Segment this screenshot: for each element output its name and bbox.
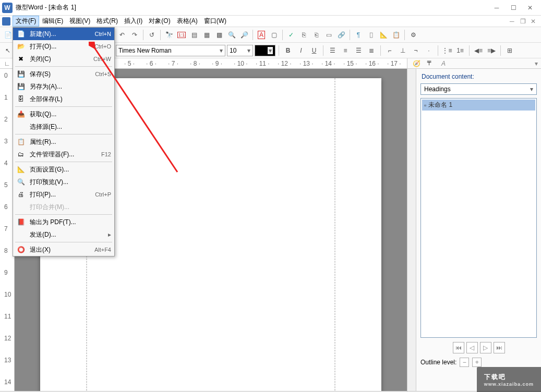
paragraph-icon[interactable]: ¶	[353, 29, 364, 41]
ruler-icon[interactable]: 📐	[378, 29, 389, 41]
menu-窗口w[interactable]: 窗口(W)	[201, 16, 230, 27]
saveall-icon: 🗄	[16, 94, 26, 104]
ruler-tick: 8	[4, 247, 8, 254]
link-icon[interactable]: 🔗	[335, 29, 347, 41]
align-center-button[interactable]: ≡	[340, 45, 351, 56]
maximize-button[interactable]: ☐	[510, 4, 517, 11]
format-mark-icon[interactable]: ⌷	[365, 29, 377, 41]
paste-format-icon[interactable]: ⎗	[310, 29, 322, 41]
nav-first-button[interactable]: ⏮	[453, 342, 464, 353]
vertical-scrollbar[interactable]	[407, 69, 416, 391]
normal-view-icon[interactable]: ▤	[188, 29, 200, 41]
menu-item-fileman[interactable]: 🗂文件管理器(F)...F12	[13, 148, 114, 161]
macro-icon[interactable]: ⚙	[407, 29, 419, 41]
menu-视图v[interactable]: 视图(V)	[66, 16, 93, 27]
color-combo[interactable]: ▾	[255, 45, 275, 56]
copy-format-icon[interactable]: ⎘	[298, 29, 309, 41]
menu-item-props[interactable]: 📋属性(R)...	[13, 136, 114, 148]
menu-编辑e[interactable]: 编辑(E)	[39, 16, 66, 27]
binoculars-icon[interactable]: 🔭	[163, 29, 175, 41]
menu-item-preview[interactable]: 🔍打印预览(V)...	[13, 176, 114, 188]
menu-item-exit[interactable]: ⭕退出(X)Alt+F4	[13, 243, 114, 256]
align-left-button[interactable]: ☰	[327, 45, 338, 56]
nav-prev-button[interactable]: ◁	[466, 342, 478, 353]
menu-item-pdf[interactable]: 📕输出为 PDF(T)...	[13, 216, 114, 228]
minimize-button[interactable]: ─	[493, 4, 500, 11]
menu-对象o[interactable]: 对象(O)	[146, 16, 173, 27]
font-size-combo[interactable]: 10 ▾	[227, 45, 253, 56]
mdi-minimize-button[interactable]: ─	[510, 18, 517, 25]
content-type-combo[interactable]: Headings ▾	[420, 83, 537, 95]
nav-last-button[interactable]: ⏭	[494, 342, 505, 353]
menu-格式r[interactable]: 格式(R)	[93, 16, 121, 27]
numbering-icon[interactable]: 1≡	[454, 45, 466, 56]
italic-button[interactable]: I	[295, 45, 307, 56]
borders-icon[interactable]: ⊞	[504, 45, 515, 56]
side-tab-area: 🧭 〒 A ▾	[407, 58, 541, 68]
mdi-doc-icon[interactable]	[2, 17, 10, 26]
char-format-icon[interactable]: ▢	[268, 29, 280, 41]
redo-icon[interactable]: ↷	[129, 29, 140, 41]
tab-left-icon[interactable]: ⌐	[384, 45, 395, 56]
style-tab-icon[interactable]: A	[438, 58, 449, 69]
font-color-icon[interactable]: A	[256, 29, 267, 41]
paste-special-icon[interactable]: 📋	[390, 29, 402, 41]
outline-item[interactable]: ▫ 未命名 1	[422, 100, 535, 111]
ruler-tick: 5	[4, 181, 8, 189]
nav-next-button[interactable]: ▷	[480, 342, 491, 353]
repeat-icon[interactable]: ↺	[146, 29, 158, 41]
chevron-down-icon[interactable]: ▾	[535, 60, 538, 67]
menu-item-open[interactable]: 📂打开(O)...Ctrl+O	[13, 40, 114, 53]
menu-item-item[interactable]: 选择源(E)...	[13, 120, 114, 133]
menu-文件f[interactable]: 文件(F)	[13, 16, 39, 27]
tab-decimal-icon[interactable]: ·	[423, 45, 435, 56]
bold-button[interactable]: B	[282, 45, 294, 56]
menu-item-item[interactable]: 发送(D)...▸	[13, 228, 114, 241]
insert-object-icon[interactable]: ▭	[323, 29, 334, 41]
mdi-restore-button[interactable]: ❐	[520, 18, 527, 25]
tab-right-icon[interactable]: ¬	[410, 45, 422, 56]
chevron-down-icon: ▾	[530, 85, 533, 93]
document-outline-list[interactable]: ▫ 未命名 1	[420, 98, 537, 338]
menu-item-acquire[interactable]: 📥获取(Q)...	[13, 108, 114, 120]
undo-icon[interactable]: ↶	[116, 29, 128, 41]
menu-item-pagesetup[interactable]: 📐页面设置(G)...	[13, 163, 114, 176]
menu-item-label: 打印预览(V)...	[30, 178, 111, 187]
close-button[interactable]: ✕	[526, 4, 534, 11]
menu-item-new[interactable]: 📄新建(N)...Ctrl+N	[13, 28, 114, 40]
menu-item-saveall[interactable]: 🗄全部保存(L)	[13, 93, 114, 105]
zoom-in-icon[interactable]: 🔎	[238, 29, 250, 41]
multi-page-icon[interactable]: ▩	[213, 29, 225, 41]
bullets-icon[interactable]: ⋮≡	[441, 45, 453, 56]
menu-表格a[interactable]: 表格(A)	[174, 16, 201, 27]
page-view-icon[interactable]: ▦	[201, 29, 212, 41]
spellcheck-icon[interactable]: ✓	[285, 29, 297, 41]
underline-button[interactable]: U	[308, 45, 320, 56]
menu-item-print[interactable]: 🖨打印(P)...Ctrl+P	[13, 188, 114, 201]
outline-minus-button[interactable]: −	[460, 358, 469, 367]
page-tab-icon[interactable]: 〒	[424, 58, 436, 69]
menu-item-label: 退出(X)	[30, 246, 94, 254]
zoom-100-icon[interactable]: 1:1	[176, 29, 187, 41]
font-combo[interactable]: Times New Roman ▾	[116, 45, 225, 56]
panel-title: Document content:	[416, 69, 541, 82]
menu-item-saveas[interactable]: 💾另存为(A)...	[13, 80, 114, 93]
menu-item-close[interactable]: ✖关闭(C)Ctrl+W	[13, 53, 114, 65]
menu-插入i[interactable]: 插入(I)	[121, 16, 146, 27]
nav-tab-icon[interactable]: 🧭	[411, 58, 422, 69]
pointer-icon[interactable]: ↖	[2, 45, 14, 56]
outdent-icon[interactable]: ◀≡	[473, 45, 484, 56]
new-icon[interactable]: 📄	[2, 29, 14, 41]
ruler-tick: · 11 ·	[256, 60, 270, 67]
mdi-close-button[interactable]: ✕	[531, 18, 538, 25]
blank-icon	[16, 122, 26, 131]
menu-item-save[interactable]: 💾保存(S)Ctrl+S	[13, 68, 114, 80]
ruler-tick: 14	[4, 378, 11, 386]
tab-center-icon[interactable]: ⊥	[397, 45, 408, 56]
ruler-tick: 2	[4, 116, 8, 123]
outline-plus-button[interactable]: +	[472, 358, 482, 367]
zoom-out-icon[interactable]: 🔍	[226, 29, 237, 41]
align-justify-button[interactable]: ≣	[366, 45, 377, 56]
align-right-button[interactable]: ☰	[353, 45, 364, 56]
indent-icon[interactable]: ≡▶	[486, 45, 497, 56]
